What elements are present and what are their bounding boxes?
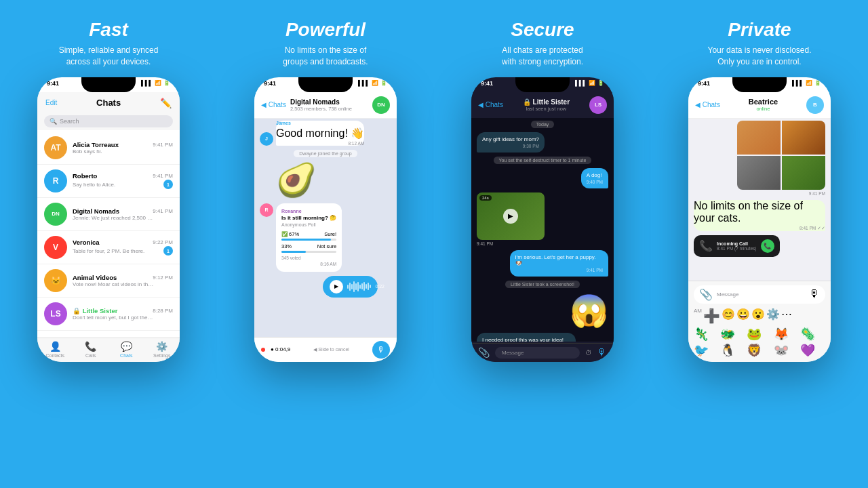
tab-calls[interactable]: 📞 Calls: [73, 341, 109, 358]
sticker-item[interactable]: 🦠: [800, 327, 825, 342]
mic-input-icon[interactable]: 🎙: [809, 288, 820, 300]
panel-powerful-subtitle: No limits on the size ofgroups and broad…: [283, 45, 368, 68]
sticker-add-icon[interactable]: ➕: [703, 308, 720, 324]
status-bar-2: 9:41 ▌▌▌ 📶 🔋: [254, 80, 397, 87]
message-input[interactable]: Message: [495, 347, 580, 359]
microphone-button[interactable]: 🎙: [372, 341, 390, 359]
message-bubble: A dog! 9:40 PM: [581, 168, 608, 188]
message-list-3: Today Any gift ideas for mom? 9:30 PM Yo…: [471, 115, 614, 342]
contact-avatar: LS: [589, 96, 607, 114]
p3-navbar: ◀ Chats 🔒 Little Sister last seen just n…: [471, 92, 614, 118]
sticker: 🥑: [276, 161, 317, 199]
avatar: LS: [44, 302, 67, 325]
search-input[interactable]: 🔍 Search: [44, 115, 173, 127]
back-button[interactable]: ◀ Chats: [478, 101, 503, 108]
slide-cancel: ◀ Slide to cancel: [296, 347, 367, 352]
panel-secure-title: Secure: [511, 19, 574, 41]
chat-name: Animal Videos: [73, 274, 117, 281]
chat-name: Roberto: [73, 172, 97, 180]
sender-avatar: J: [260, 132, 273, 146]
sticker-item[interactable]: 😀: [736, 308, 750, 324]
status-icons-1: ▌▌▌ 📶 🔋: [141, 80, 170, 86]
phone-1: 9:41 ▌▌▌ 📶 🔋 Edit Chats ✏️ 🔍 Search AT: [37, 77, 180, 362]
panel-private-title: Private: [728, 19, 791, 41]
chat-name: Alicia Torreaux: [73, 141, 119, 148]
tab-contacts[interactable]: 👤 Contacts: [37, 341, 73, 358]
tab-settings[interactable]: ⚙️ Settings: [144, 341, 180, 358]
sticker-item[interactable]: 🦎: [694, 327, 719, 342]
panel-powerful: Powerful No limits on the size ofgroups …: [217, 0, 434, 488]
incoming-call: 📞 Incoming Call 8:41 PM (7 minutes) 📞: [694, 235, 780, 257]
photo-cell: [737, 121, 781, 155]
chats-icon: 💬: [121, 341, 132, 352]
sticker-item[interactable]: 😮: [751, 308, 765, 324]
panel-powerful-title: Powerful: [285, 19, 366, 41]
signal-icon: ▌▌▌: [792, 80, 804, 86]
edit-button[interactable]: Edit: [45, 99, 57, 106]
sticker-item[interactable]: ⚙️: [766, 308, 780, 324]
attach-icon[interactable]: 📎: [699, 288, 713, 301]
system-message: Dwayne joined the group: [294, 150, 357, 157]
p2-input-bar: ● 0:04,9 ◀ Slide to cancel 🎙: [254, 337, 397, 362]
panel-secure-subtitle: All chats are protectedwith strong encry…: [502, 45, 583, 68]
list-item[interactable]: LS 🔒 Little Sister 8:28 PM Don't tell mo…: [37, 298, 180, 331]
list-item[interactable]: AT Alicia Torreaux 9:41 PM Bob says hi.: [37, 131, 180, 165]
tab-chats[interactable]: 💬 Chats: [108, 341, 144, 358]
sender-avatar: R: [260, 203, 273, 217]
sticker: 😱: [570, 292, 608, 329]
chat-content: Alicia Torreaux 9:41 PM Bob says hi.: [73, 141, 173, 155]
sticker-item[interactable]: 🐭: [774, 343, 799, 358]
phone-2: 9:41 ▌▌▌ 📶 🔋 ◀ Chats Digital Nomads 2,50…: [254, 77, 397, 362]
system-message: Today: [531, 121, 555, 128]
list-item[interactable]: J James 7:42 PM Check these out: [37, 331, 180, 335]
message-input[interactable]: Message: [717, 291, 805, 298]
chat-content: Roberto 9:41 PM Say hello to Alice. 1: [73, 172, 173, 189]
chat-header: Animal Videos 9:12 PM: [73, 274, 173, 281]
record-time: ● 0:04,9: [271, 346, 290, 352]
poll-option[interactable]: ✅ 67% Sure!: [281, 231, 336, 241]
system-message: Little Sister took a screenshot!: [505, 281, 580, 288]
back-button[interactable]: ◀ Chats: [695, 101, 720, 108]
timer-icon[interactable]: ⏱: [585, 349, 592, 357]
sticker-item[interactable]: 🐸: [747, 327, 772, 342]
attach-icon[interactable]: 📎: [478, 347, 490, 358]
list-item[interactable]: R Roberto 9:41 PM Say hello to Alice. 1: [37, 165, 180, 198]
sticker-item[interactable]: ⋯: [781, 308, 792, 324]
sticker-item[interactable]: 🦊: [774, 327, 799, 342]
video-play-button[interactable]: ▶: [503, 209, 518, 224]
status-bar-3: 9:41 ▌▌▌ 📶 🔋: [471, 80, 614, 87]
sticker-item[interactable]: 💜: [800, 343, 825, 358]
poll-option[interactable]: 33% Not sure: [281, 243, 336, 253]
contact-avatar-4: B: [806, 96, 824, 114]
calls-icon: 📞: [85, 341, 96, 352]
play-button[interactable]: ▶: [330, 280, 343, 293]
message-bubble: James Good morning! 👋 8:12 AM: [276, 121, 364, 146]
chat-content: Veronica 9:22 PM Table for four, 2 PM. B…: [73, 239, 173, 256]
unread-badge: 1: [163, 246, 173, 256]
list-item[interactable]: 🐱 Animal Videos 9:12 PM Vote now! Moar c…: [37, 264, 180, 298]
sticker-item[interactable]: 🐲: [720, 327, 745, 342]
tab-contacts-label: Contacts: [45, 353, 64, 358]
tab-calls-label: Calls: [85, 353, 96, 358]
compose-icon[interactable]: ✏️: [160, 98, 172, 108]
signal-icon: ▌▌▌: [141, 80, 153, 86]
panel-fast: Fast Simple, reliable and syncedacross a…: [0, 0, 217, 488]
sticker-item[interactable]: 🐦: [694, 343, 719, 358]
message-row: ▶ 0:22: [323, 276, 391, 298]
back-button[interactable]: ◀ Chats: [261, 101, 286, 108]
sticker-item[interactable]: 😊: [722, 308, 735, 324]
chat-header: 🔒 Little Sister 8:28 PM: [73, 307, 173, 314]
panel-private-subtitle: Your data is never disclosed.Only you ar…: [708, 45, 812, 68]
list-item[interactable]: V Veronica 9:22 PM Table for four, 2 PM.…: [37, 231, 180, 264]
wifi-icon: 📶: [589, 80, 595, 86]
list-item[interactable]: DN Digital Nomads 9:41 PM Jennie: We jus…: [37, 198, 180, 231]
system-message: You set the self-destruct timer to 1 min…: [494, 157, 592, 164]
audio-message: ▶ 0:22: [323, 276, 378, 298]
mic-icon[interactable]: 🎙: [597, 347, 607, 358]
sticker-grid: 🦎 🐲 🐸 🦊 🦠 🐦 🐧 🦁 🐭 💜: [691, 325, 828, 359]
record-indicator: [261, 348, 265, 352]
sticker-item[interactable]: 🐧: [720, 343, 745, 358]
chat-info-4: Beatrice online: [724, 98, 802, 112]
sticker-item[interactable]: 🦁: [747, 343, 772, 358]
answer-call-button[interactable]: 📞: [761, 239, 774, 253]
